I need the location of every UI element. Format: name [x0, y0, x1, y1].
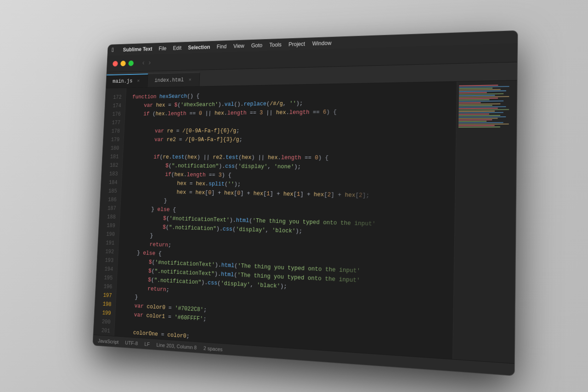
line-num-195: 195: [96, 273, 117, 283]
line-num-183: 183: [102, 170, 122, 178]
line-num-179: 179: [103, 136, 124, 144]
menu-project[interactable]: Project: [288, 40, 305, 47]
line-num-190: 190: [98, 230, 119, 239]
laptop:  Sublime Text File Edit Selection Find …: [93, 30, 517, 375]
line-num-180: 180: [103, 144, 124, 153]
line-num-199: 199: [94, 308, 115, 318]
code-area: 172 174 176 177 178 179 180 181 182 183 …: [93, 80, 517, 363]
menu-goto[interactable]: Goto: [251, 42, 263, 48]
line-num-176: 176: [104, 110, 125, 119]
line-num-196: 196: [96, 282, 116, 291]
forward-arrow-icon[interactable]: ›: [147, 59, 152, 66]
menu-sublime-text[interactable]: Sublime Text: [123, 46, 152, 53]
menu-tools[interactable]: Tools: [269, 41, 282, 48]
line-num-181: 181: [102, 153, 123, 161]
line-num-198: 198: [95, 299, 115, 309]
line-num-177: 177: [104, 119, 124, 127]
status-encoding: UTF-8: [125, 340, 138, 346]
line-num-200: 200: [94, 317, 114, 327]
line-num-182: 182: [102, 161, 123, 170]
tab-index-html-close[interactable]: ×: [187, 77, 193, 82]
tab-index-html[interactable]: index.html ×: [148, 72, 200, 87]
line-num-192: 192: [97, 247, 118, 256]
line-num-172: 172: [105, 93, 126, 102]
code-line-179: var re2 = /[0-9A-Fa-f]{3}/g;: [130, 135, 448, 144]
traffic-lights: [113, 60, 134, 66]
code-line-178: var re = /[0-9A-Fa-f]{6}/g;: [130, 125, 448, 135]
status-bar: JavaScript UTF-8 LF Line 203, Column 8 2…: [93, 334, 514, 375]
line-num-197: 197: [95, 290, 116, 301]
line-num-184: 184: [101, 178, 122, 187]
desktop-background:  Sublime Text File Edit Selection Find …: [0, 0, 588, 392]
back-arrow-icon[interactable]: ‹: [141, 59, 146, 66]
status-language[interactable]: JavaScript: [98, 337, 119, 344]
minimap: [452, 80, 517, 363]
line-num-174: 174: [105, 102, 125, 110]
close-button[interactable]: [113, 61, 118, 66]
code-editor[interactable]: function hexSearch() { var hex = $('#hex…: [114, 81, 457, 359]
line-num-178: 178: [104, 127, 124, 136]
line-num-194: 194: [96, 264, 117, 274]
line-num-185: 185: [101, 187, 121, 195]
line-num-193: 193: [97, 256, 118, 265]
menu-selection[interactable]: Selection: [188, 44, 210, 51]
line-num-187: 187: [100, 204, 120, 213]
line-num-189: 189: [99, 221, 119, 230]
status-indentation: 2 spaces: [204, 345, 223, 352]
line-num-186: 186: [100, 195, 121, 205]
tab-index-html-label: index.html: [154, 77, 184, 83]
editor-window:  Sublime Text File Edit Selection Find …: [93, 30, 517, 375]
status-line-ending: LF: [144, 341, 150, 347]
menu-file[interactable]: File: [158, 45, 167, 51]
maximize-button[interactable]: [128, 60, 134, 66]
line-num-191: 191: [98, 238, 119, 247]
tab-main-js-label: main.js: [113, 78, 133, 85]
menu-edit[interactable]: Edit: [173, 45, 181, 51]
code-line-180: [130, 144, 448, 153]
menu-view[interactable]: View: [233, 43, 244, 49]
line-num-188: 188: [99, 212, 120, 222]
tab-main-js-close[interactable]: ×: [136, 78, 141, 83]
tab-main-js[interactable]: main.js ×: [106, 74, 148, 88]
apple-menu-icon[interactable]: : [112, 46, 115, 53]
menu-window[interactable]: Window: [312, 40, 331, 46]
menu-find[interactable]: Find: [217, 43, 227, 50]
minimize-button[interactable]: [120, 61, 126, 66]
status-position: Line 203, Column 8: [156, 341, 197, 350]
nav-arrows: ‹ ›: [141, 59, 152, 66]
line-num-201: 201: [93, 325, 114, 335]
